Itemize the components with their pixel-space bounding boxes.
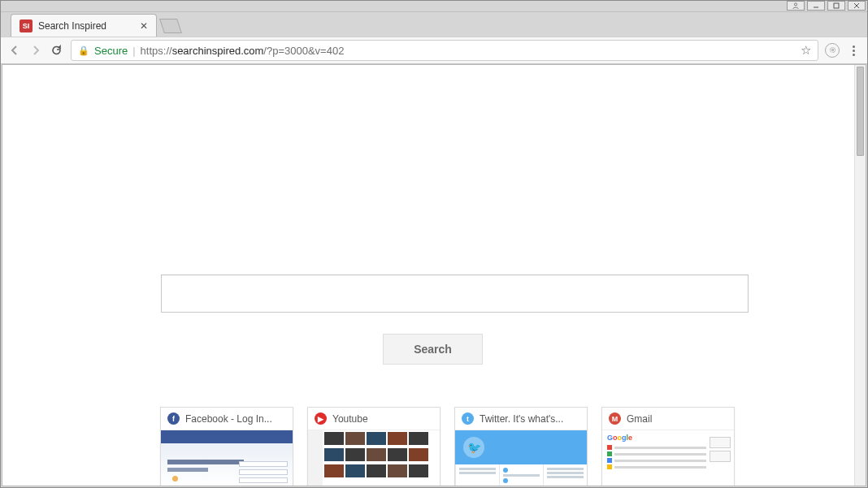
browser-toolbar: 🔒 Secure | https://searchinspired.com/?p… bbox=[1, 37, 867, 64]
os-close-button[interactable] bbox=[848, 1, 866, 11]
tab-title: Search Inspired bbox=[38, 20, 106, 32]
tab-close-icon[interactable]: ✕ bbox=[140, 20, 148, 32]
tile-thumbnail bbox=[308, 430, 440, 486]
browser-tabstrip: SI Search Inspired ✕ bbox=[1, 12, 867, 37]
url-host: searchinspired.com bbox=[172, 45, 264, 57]
scrollbar-thumb[interactable] bbox=[857, 67, 864, 156]
reload-button[interactable] bbox=[50, 43, 64, 58]
search-input[interactable] bbox=[161, 274, 749, 313]
back-button[interactable] bbox=[7, 43, 22, 58]
tile-thumbnail: Google bbox=[602, 430, 734, 486]
tab-favicon: SI bbox=[20, 19, 33, 32]
os-maximize-button[interactable] bbox=[827, 1, 845, 11]
os-minimize-button[interactable] bbox=[807, 1, 825, 11]
tile-thumbnail bbox=[161, 430, 293, 486]
tile-label: Youtube bbox=[332, 413, 368, 425]
url-path: /?p=3000&v=402 bbox=[263, 45, 344, 57]
browser-menu-button[interactable] bbox=[846, 45, 861, 56]
quicklink-tile[interactable]: tTwitter. It's what's...🐦 bbox=[454, 407, 588, 486]
lock-icon: 🔒 bbox=[78, 45, 89, 56]
secure-label: Secure bbox=[94, 45, 128, 57]
tile-favicon: f bbox=[167, 412, 180, 425]
quicklink-tile[interactable]: MGmailGoogle bbox=[601, 407, 735, 486]
url-protocol: https:// bbox=[141, 45, 172, 57]
svg-point-0 bbox=[794, 3, 796, 6]
tile-label: Facebook - Log In... bbox=[185, 413, 272, 425]
quicklink-tile[interactable]: fFacebook - Log In... bbox=[160, 407, 293, 486]
extension-icon[interactable]: ⓔ bbox=[825, 43, 840, 58]
tile-favicon: t bbox=[462, 412, 474, 425]
tile-favicon: ▶ bbox=[315, 412, 327, 425]
tile-header: tTwitter. It's what's... bbox=[455, 408, 587, 430]
tile-header: ▶Youtube bbox=[308, 408, 440, 430]
bookmark-star-icon[interactable]: ☆ bbox=[801, 43, 811, 58]
browser-tab-active[interactable]: SI Search Inspired ✕ bbox=[11, 14, 157, 37]
quicklink-tile[interactable]: ▶Youtube bbox=[307, 407, 441, 486]
svg-rect-2 bbox=[834, 3, 839, 8]
vertical-scrollbar[interactable] bbox=[854, 65, 866, 486]
page-content: Search fFacebook - Log In...▶YoutubetTwi… bbox=[2, 65, 854, 486]
separator: | bbox=[132, 45, 135, 57]
tile-label: Twitter. It's what's... bbox=[480, 413, 563, 425]
tile-header: MGmail bbox=[602, 408, 734, 430]
tile-label: Gmail bbox=[627, 413, 652, 425]
quicklink-tiles: fFacebook - Log In...▶YoutubetTwitter. I… bbox=[160, 407, 735, 486]
tile-header: fFacebook - Log In... bbox=[161, 408, 293, 430]
os-user-button[interactable] bbox=[787, 1, 805, 11]
tile-favicon: M bbox=[609, 412, 621, 425]
new-tab-button[interactable] bbox=[159, 19, 182, 33]
search-button[interactable]: Search bbox=[383, 334, 483, 365]
forward-button[interactable] bbox=[28, 43, 43, 58]
page-viewport: Search fFacebook - Log In...▶YoutubetTwi… bbox=[2, 64, 866, 486]
tile-thumbnail: 🐦 bbox=[455, 430, 587, 486]
address-bar[interactable]: 🔒 Secure | https://searchinspired.com/?p… bbox=[71, 40, 818, 61]
os-titlebar bbox=[1, 1, 867, 12]
url-text: https://searchinspired.com/?p=3000&v=402 bbox=[141, 45, 345, 57]
